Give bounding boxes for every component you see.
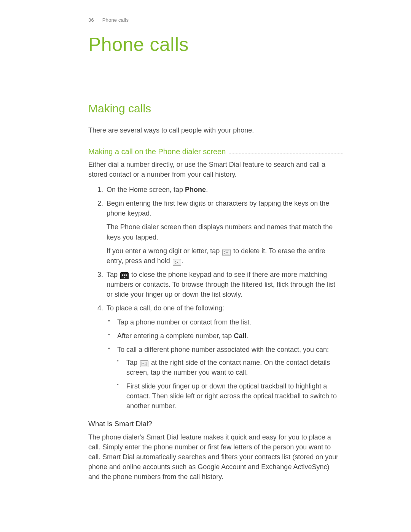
step-3: Tap to close the phone keypad and to see… [105,270,342,299]
step-4-b1: Tap a phone number or contact from the l… [116,317,342,327]
step-4-b2-a: After entering a complete number, tap [117,332,234,340]
svg-point-11 [142,363,143,364]
smart-dial-body: The phone dialer's Smart Dial feature ma… [88,432,342,482]
subsection-row: Making a call on the Phone dialer screen [88,153,342,153]
step-4: To place a call, do one of the following… [105,303,342,411]
steps-list: On the Home screen, tap Phone. Begin ent… [88,185,342,411]
chapter-title: Phone calls [88,31,342,59]
backspace-icon-small [173,259,181,266]
step-4-bullets: Tap a phone number or contact from the l… [107,317,342,411]
step-1-text-b: . [206,186,208,193]
step-2-p1: Begin entering the first few digits or c… [107,198,342,218]
step-4-b3-sub: Tap at the right side of the contact nam… [117,358,342,411]
step-2-p3-c: . [182,257,184,265]
step-4-b3-i1-a: Tap [126,359,139,366]
step-2: Begin entering the first few digits or c… [105,198,342,266]
step-3-a: Tap [107,271,119,278]
svg-rect-8 [124,275,125,276]
step-3-b: to close the phone keypad and to see if … [107,271,335,298]
running-header: 36 Phone calls [88,17,342,24]
step-4-b2-b: . [246,332,248,340]
svg-rect-6 [126,274,127,275]
step-2-p3-a: If you enter a wrong digit or letter, ta… [107,247,221,255]
step-4-lead: To place a call, do one of the following… [107,303,342,313]
step-2-p2: The Phone dialer screen then displays nu… [107,222,342,242]
running-section: Phone calls [102,17,129,23]
backspace-icon [222,249,231,256]
subsection-title: Making a call on the Phone dialer screen [88,147,229,156]
page-number: 36 [88,17,94,23]
svg-rect-4 [122,274,123,275]
step-4-b3-i2: First slide your finger up or down the o… [125,381,342,411]
section-title: Making calls [88,100,342,117]
step-2-p3: If you enter a wrong digit or letter, ta… [107,246,342,266]
document-page: 36 Phone calls Phone calls Making calls … [0,0,411,510]
step-4-b3: To call a different phone number associa… [116,345,342,411]
subsection-body: Either dial a number directly, or use th… [88,160,342,179]
step-1-text-a: On the Home screen, tap [107,186,185,193]
smart-dial-heading: What is Smart Dial? [88,419,342,429]
step-1-bold: Phone [185,186,206,193]
step-4-b2-bold: Call [234,332,246,340]
contact-card-icon [140,360,148,367]
svg-rect-7 [122,275,123,276]
svg-rect-5 [124,274,125,275]
step-4-b3-text: To call a different phone number associa… [117,346,329,353]
step-4-b2: After entering a complete number, tap Ca… [116,331,342,341]
step-4-b3-i1-b: at the right side of the contact name. O… [126,359,330,376]
step-4-b3-i1: Tap at the right side of the contact nam… [125,358,342,377]
svg-rect-9 [126,275,127,276]
step-1: On the Home screen, tap Phone. [105,185,342,195]
keypad-close-icon [120,272,129,279]
intro-paragraph: There are several ways to call people wi… [88,125,342,135]
